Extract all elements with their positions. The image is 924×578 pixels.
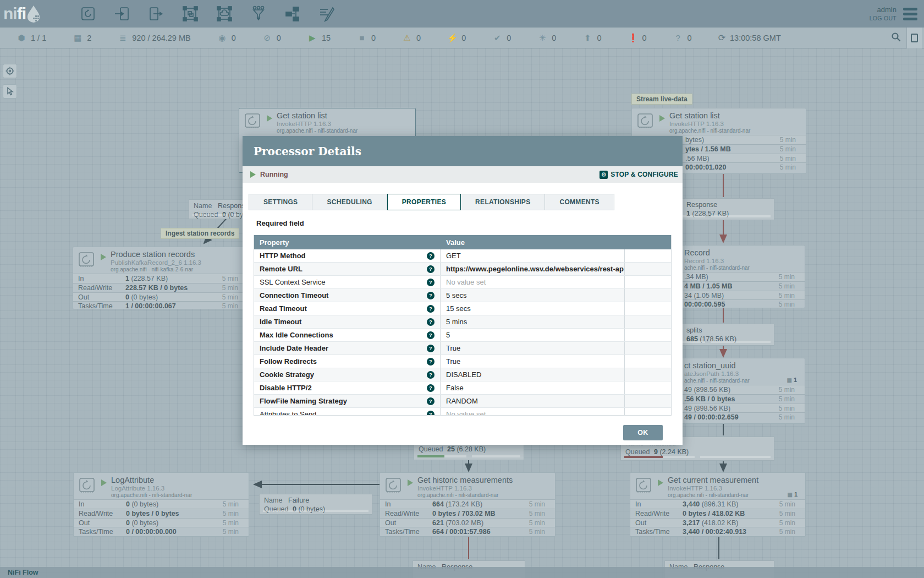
remote-process-group-toolbar-icon[interactable] bbox=[216, 5, 233, 23]
stat-row: Read/Write228.57 KB / 0 bytes5 min bbox=[73, 283, 248, 292]
property-value[interactable]: No value set bbox=[441, 408, 625, 416]
help-icon[interactable]: ? bbox=[427, 292, 435, 299]
processor-header: Get station listInvokeHTTP 1.16.3org.apa… bbox=[239, 108, 415, 135]
help-icon[interactable]: ? bbox=[427, 318, 435, 326]
help-icon[interactable]: ? bbox=[427, 265, 435, 273]
stat-row: In0 (0 bytes)5 min bbox=[74, 499, 249, 509]
status-cluster: ⬢1 / 1 bbox=[16, 33, 73, 43]
help-icon[interactable]: ? bbox=[427, 371, 435, 379]
running-icon bbox=[101, 254, 106, 260]
property-row: Attributes to Send?No value set bbox=[254, 408, 671, 416]
property-value[interactable]: DISABLED bbox=[441, 368, 625, 381]
status-running-count: 15 bbox=[322, 34, 331, 42]
property-value[interactable]: GET bbox=[441, 249, 625, 262]
processor-bundle: org.apache.nifi - nifi-standard-nar bbox=[417, 492, 498, 498]
global-menu-icon[interactable] bbox=[903, 8, 917, 20]
processor-get-historic[interactable]: Get historic measurementsInvokeHTTP 1.16… bbox=[380, 472, 556, 537]
help-icon[interactable]: ? bbox=[427, 252, 435, 260]
property-value[interactable]: False bbox=[441, 381, 625, 394]
status-counters: ⬢1 / 1▦2≣920 / 264.29 MB◉0⊘0▶15■0⚠0⚡0✔0✳… bbox=[16, 33, 718, 43]
breadcrumb[interactable]: NiFi Flow bbox=[8, 569, 38, 576]
processor-produce-station-records[interactable]: Produce station recordsPublishKafkaRecor… bbox=[73, 247, 249, 309]
birdseye-panel-button[interactable] bbox=[906, 28, 922, 48]
property-value[interactable]: 5 mins bbox=[441, 315, 625, 328]
property-actions bbox=[625, 395, 672, 407]
running-icon bbox=[267, 115, 272, 122]
running-icon bbox=[250, 171, 256, 178]
property-actions bbox=[625, 408, 672, 416]
help-icon[interactable]: ? bbox=[427, 279, 435, 286]
help-icon[interactable]: ? bbox=[427, 397, 435, 405]
help-icon[interactable]: ? bbox=[427, 411, 435, 416]
help-icon[interactable]: ? bbox=[427, 305, 435, 313]
invalid-icon: ⚠ bbox=[402, 33, 412, 43]
disabled-icon: ⚡ bbox=[447, 33, 457, 43]
property-value[interactable]: True bbox=[441, 342, 625, 355]
property-name: Disable HTTP/2? bbox=[254, 381, 441, 394]
status-stopped-count: 0 bbox=[371, 34, 376, 42]
property-value[interactable]: 15 secs bbox=[441, 302, 625, 315]
processor-toolbar-icon[interactable] bbox=[79, 5, 97, 23]
property-actions bbox=[625, 263, 672, 275]
property-value[interactable]: RANDOM bbox=[441, 395, 625, 407]
help-icon[interactable]: ? bbox=[427, 331, 435, 339]
property-name: Include Date Header? bbox=[254, 342, 441, 355]
status-invalid: ⚠0 bbox=[402, 33, 447, 43]
label-ingest-station-records[interactable]: Ingest station records bbox=[161, 228, 239, 239]
help-icon[interactable]: ? bbox=[427, 345, 435, 352]
property-row: Connection Timeout?5 secs bbox=[254, 289, 671, 302]
dialog-tabs: SETTINGSSCHEDULINGPROPERTIESRELATIONSHIP… bbox=[249, 194, 614, 210]
tab-comments[interactable]: COMMENTS bbox=[545, 194, 614, 210]
stat-row: Read/Write0 bytes / 703.02 MB5 min bbox=[380, 509, 555, 518]
tab-properties[interactable]: PROPERTIES bbox=[387, 194, 461, 210]
dialog-title: Processor Details bbox=[254, 145, 361, 158]
property-row: FlowFile Naming Strategy?RANDOM bbox=[254, 395, 671, 408]
processor-details-dialog: Processor Details Running ⚙ STOP & CONFI… bbox=[243, 136, 683, 445]
navigate-palette-button[interactable] bbox=[3, 64, 17, 78]
label-toolbar-icon[interactable] bbox=[318, 5, 336, 23]
template-toolbar-icon[interactable] bbox=[284, 5, 301, 23]
tab-relationships[interactable]: RELATIONSHIPS bbox=[461, 194, 545, 210]
stat-row: Out621 (703.02 MB)5 min bbox=[380, 518, 555, 527]
run-status-text: Running bbox=[260, 171, 288, 178]
connection-name: Failure bbox=[288, 497, 309, 504]
status-threads: ▦2 bbox=[73, 33, 118, 43]
refresh-status[interactable]: ⟳ 13:00:58 GMT bbox=[718, 32, 781, 43]
processor-get-current[interactable]: Get current measurementInvokeHTTP 1.16.3… bbox=[630, 472, 806, 537]
property-value[interactable]: https://www.pegelonline.wsv.de/webservic… bbox=[441, 263, 625, 275]
stop-and-configure-button[interactable]: ⚙ STOP & CONFIGURE bbox=[600, 171, 678, 179]
property-value[interactable]: 5 bbox=[441, 329, 625, 341]
property-value[interactable]: True bbox=[441, 355, 625, 368]
process-group-toolbar-icon[interactable] bbox=[182, 5, 199, 23]
processor-title: Get station list bbox=[277, 111, 327, 120]
processor-stats: In664 (173.24 KB)5 minRead/Write0 bytes … bbox=[380, 499, 555, 536]
output-port-toolbar-icon[interactable] bbox=[147, 5, 165, 23]
refresh-icon[interactable]: ⟳ bbox=[718, 32, 725, 43]
label-stream-live-data[interactable]: Stream live-data bbox=[631, 94, 692, 105]
status-threads-count: 2 bbox=[87, 34, 91, 42]
processor-title: ct station_uuid bbox=[684, 361, 736, 370]
property-value[interactable]: 5 secs bbox=[441, 289, 625, 302]
processor-type: ateJsonPath 1.16.3 bbox=[684, 370, 739, 377]
processor-bundle: org.apache.nifi - nifi-kafka-2-6-nar bbox=[111, 266, 193, 272]
funnel-toolbar-icon[interactable] bbox=[250, 5, 267, 23]
flow-status-bar: ⬢1 / 1▦2≣920 / 264.29 MB◉0⊘0▶15■0⚠0⚡0✔0✳… bbox=[0, 28, 924, 48]
property-value[interactable]: No value set bbox=[441, 276, 625, 288]
input-port-toolbar-icon[interactable] bbox=[113, 5, 131, 23]
properties-table: PropertyValueHTTP Method?GETRemote URL?h… bbox=[254, 235, 672, 416]
help-icon[interactable]: ? bbox=[427, 358, 435, 366]
ok-button[interactable]: OK bbox=[623, 425, 663, 440]
processor-type: LogAttribute 1.16.3 bbox=[111, 485, 164, 492]
nifi-app: nifi admin LOG OUT ⬢1 / 1▦2≣920 / 264.29… bbox=[0, 0, 924, 578]
processor-header: Produce station recordsPublishKafkaRecor… bbox=[73, 247, 248, 274]
processor-log-attribute[interactable]: LogAttributeLogAttribute 1.16.3org.apach… bbox=[73, 472, 249, 537]
logout-link[interactable]: LOG OUT bbox=[870, 15, 897, 22]
operate-palette-button[interactable] bbox=[3, 84, 17, 99]
birdseye-icon bbox=[6, 67, 14, 75]
connection-label-failure[interactable]: NameFailureQueued0 (0 bytes) bbox=[259, 494, 372, 515]
stat-row: Out0 (0 bytes)5 min bbox=[74, 518, 249, 527]
help-icon[interactable]: ? bbox=[427, 384, 435, 392]
tab-scheduling[interactable]: SCHEDULING bbox=[312, 194, 387, 210]
tab-settings[interactable]: SETTINGS bbox=[249, 194, 312, 210]
search-icon[interactable] bbox=[891, 32, 901, 43]
